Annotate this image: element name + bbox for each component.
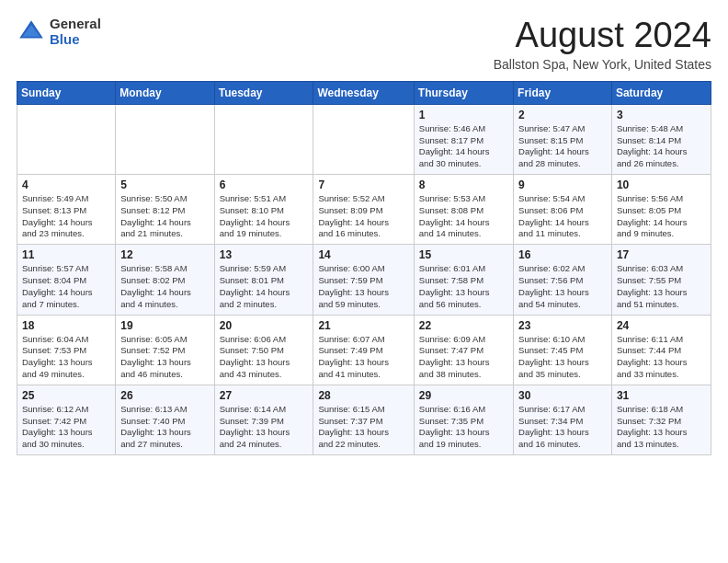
day-number: 13 (220, 248, 309, 261)
day-info: Sunrise: 6:13 AM Sunset: 7:40 PM Dayligh… (120, 404, 209, 451)
day-cell: 5Sunrise: 5:50 AM Sunset: 8:12 PM Daylig… (116, 175, 214, 245)
day-info: Sunrise: 6:00 AM Sunset: 7:59 PM Dayligh… (318, 263, 408, 310)
day-number: 29 (419, 389, 508, 402)
week-row-3: 18Sunrise: 6:04 AM Sunset: 7:53 PM Dayli… (17, 315, 711, 385)
day-cell: 19Sunrise: 6:05 AM Sunset: 7:52 PM Dayli… (116, 315, 214, 385)
day-cell: 24Sunrise: 6:11 AM Sunset: 7:44 PM Dayli… (611, 315, 711, 385)
day-number: 18 (22, 319, 110, 332)
day-number: 28 (318, 389, 408, 402)
day-cell: 26Sunrise: 6:13 AM Sunset: 7:40 PM Dayli… (116, 385, 214, 454)
day-info: Sunrise: 5:48 AM Sunset: 8:14 PM Dayligh… (617, 123, 706, 170)
day-info: Sunrise: 6:04 AM Sunset: 7:53 PM Dayligh… (22, 334, 110, 381)
day-cell (313, 104, 414, 174)
week-row-1: 4Sunrise: 5:49 AM Sunset: 8:13 PM Daylig… (17, 175, 711, 245)
day-info: Sunrise: 5:46 AM Sunset: 8:17 PM Dayligh… (419, 123, 508, 170)
day-number: 25 (22, 389, 110, 402)
weekday-header-wednesday: Wednesday (313, 81, 414, 104)
day-info: Sunrise: 6:15 AM Sunset: 7:37 PM Dayligh… (318, 404, 408, 451)
logo-icon (17, 17, 46, 47)
day-number: 16 (518, 248, 607, 261)
day-cell: 21Sunrise: 6:07 AM Sunset: 7:49 PM Dayli… (313, 315, 414, 385)
day-cell (116, 104, 214, 174)
day-info: Sunrise: 6:01 AM Sunset: 7:58 PM Dayligh… (419, 263, 508, 310)
day-cell: 16Sunrise: 6:02 AM Sunset: 7:56 PM Dayli… (514, 245, 612, 315)
day-number: 31 (617, 389, 706, 402)
day-cell: 30Sunrise: 6:17 AM Sunset: 7:34 PM Dayli… (514, 385, 612, 454)
day-info: Sunrise: 6:10 AM Sunset: 7:45 PM Dayligh… (518, 334, 607, 381)
day-number: 2 (518, 109, 607, 121)
day-cell: 18Sunrise: 6:04 AM Sunset: 7:53 PM Dayli… (17, 315, 116, 385)
day-cell: 25Sunrise: 6:12 AM Sunset: 7:42 PM Dayli… (17, 385, 116, 454)
day-number: 8 (419, 178, 508, 191)
day-info: Sunrise: 6:11 AM Sunset: 7:44 PM Dayligh… (617, 334, 706, 381)
day-number: 15 (419, 248, 508, 261)
calendar: SundayMondayTuesdayWednesdayThursdayFrid… (17, 81, 711, 455)
day-cell: 14Sunrise: 6:00 AM Sunset: 7:59 PM Dayli… (313, 245, 414, 315)
day-cell: 4Sunrise: 5:49 AM Sunset: 8:13 PM Daylig… (17, 175, 116, 245)
day-number: 12 (120, 248, 209, 261)
day-number: 21 (318, 319, 408, 332)
day-cell: 28Sunrise: 6:15 AM Sunset: 7:37 PM Dayli… (313, 385, 414, 454)
weekday-header-monday: Monday (116, 81, 214, 104)
day-cell: 11Sunrise: 5:57 AM Sunset: 8:04 PM Dayli… (17, 245, 116, 315)
day-number: 3 (617, 109, 706, 121)
day-cell: 13Sunrise: 5:59 AM Sunset: 8:01 PM Dayli… (214, 245, 313, 315)
day-cell: 3Sunrise: 5:48 AM Sunset: 8:14 PM Daylig… (611, 104, 711, 174)
day-cell (17, 104, 116, 174)
logo: General Blue (17, 17, 101, 47)
day-number: 19 (120, 319, 209, 332)
logo-blue: Blue (50, 32, 101, 48)
day-number: 7 (318, 178, 408, 191)
day-number: 27 (220, 389, 309, 402)
day-number: 6 (220, 178, 309, 191)
day-cell: 6Sunrise: 5:51 AM Sunset: 8:10 PM Daylig… (214, 175, 313, 245)
day-cell: 17Sunrise: 6:03 AM Sunset: 7:55 PM Dayli… (611, 245, 711, 315)
day-info: Sunrise: 6:12 AM Sunset: 7:42 PM Dayligh… (22, 404, 110, 451)
day-number: 30 (518, 389, 607, 402)
day-number: 9 (518, 178, 607, 191)
day-info: Sunrise: 5:58 AM Sunset: 8:02 PM Dayligh… (120, 263, 209, 310)
day-cell: 15Sunrise: 6:01 AM Sunset: 7:58 PM Dayli… (414, 245, 513, 315)
day-number: 4 (22, 178, 110, 191)
day-cell (214, 104, 313, 174)
day-info: Sunrise: 6:17 AM Sunset: 7:34 PM Dayligh… (518, 404, 607, 451)
day-number: 14 (318, 248, 408, 261)
day-info: Sunrise: 6:14 AM Sunset: 7:39 PM Dayligh… (220, 404, 309, 451)
week-row-2: 11Sunrise: 5:57 AM Sunset: 8:04 PM Dayli… (17, 245, 711, 315)
weekday-header-sunday: Sunday (17, 81, 116, 104)
day-cell: 8Sunrise: 5:53 AM Sunset: 8:08 PM Daylig… (414, 175, 513, 245)
day-number: 20 (220, 319, 309, 332)
day-info: Sunrise: 6:06 AM Sunset: 7:50 PM Dayligh… (220, 334, 309, 381)
day-cell: 1Sunrise: 5:46 AM Sunset: 8:17 PM Daylig… (414, 104, 513, 174)
day-cell: 20Sunrise: 6:06 AM Sunset: 7:50 PM Dayli… (214, 315, 313, 385)
day-cell: 23Sunrise: 6:10 AM Sunset: 7:45 PM Dayli… (514, 315, 612, 385)
day-cell: 10Sunrise: 5:56 AM Sunset: 8:05 PM Dayli… (611, 175, 711, 245)
day-number: 17 (617, 248, 706, 261)
day-number: 24 (617, 319, 706, 332)
day-info: Sunrise: 5:56 AM Sunset: 8:05 PM Dayligh… (617, 193, 706, 240)
calendar-header: SundayMondayTuesdayWednesdayThursdayFrid… (17, 81, 711, 104)
weekday-row: SundayMondayTuesdayWednesdayThursdayFrid… (17, 81, 711, 104)
header: General Blue August 2024 Ballston Spa, N… (17, 17, 711, 72)
week-row-0: 1Sunrise: 5:46 AM Sunset: 8:17 PM Daylig… (17, 104, 711, 174)
day-info: Sunrise: 5:51 AM Sunset: 8:10 PM Dayligh… (220, 193, 309, 240)
day-number: 10 (617, 178, 706, 191)
day-info: Sunrise: 5:59 AM Sunset: 8:01 PM Dayligh… (220, 263, 309, 310)
day-info: Sunrise: 5:52 AM Sunset: 8:09 PM Dayligh… (318, 193, 408, 240)
day-info: Sunrise: 6:07 AM Sunset: 7:49 PM Dayligh… (318, 334, 408, 381)
day-cell: 31Sunrise: 6:18 AM Sunset: 7:32 PM Dayli… (611, 385, 711, 454)
day-cell: 27Sunrise: 6:14 AM Sunset: 7:39 PM Dayli… (214, 385, 313, 454)
page: General Blue August 2024 Ballston Spa, N… (0, 0, 728, 465)
weekday-header-friday: Friday (514, 81, 612, 104)
day-info: Sunrise: 6:03 AM Sunset: 7:55 PM Dayligh… (617, 263, 706, 310)
day-number: 5 (120, 178, 209, 191)
day-cell: 29Sunrise: 6:16 AM Sunset: 7:35 PM Dayli… (414, 385, 513, 454)
day-info: Sunrise: 6:02 AM Sunset: 7:56 PM Dayligh… (518, 263, 607, 310)
day-cell: 7Sunrise: 5:52 AM Sunset: 8:09 PM Daylig… (313, 175, 414, 245)
day-info: Sunrise: 5:50 AM Sunset: 8:12 PM Dayligh… (120, 193, 209, 240)
calendar-body: 1Sunrise: 5:46 AM Sunset: 8:17 PM Daylig… (17, 104, 711, 454)
month-title: August 2024 (494, 17, 711, 55)
location: Ballston Spa, New York, United States (494, 57, 711, 72)
day-info: Sunrise: 5:57 AM Sunset: 8:04 PM Dayligh… (22, 263, 110, 310)
day-cell: 12Sunrise: 5:58 AM Sunset: 8:02 PM Dayli… (116, 245, 214, 315)
